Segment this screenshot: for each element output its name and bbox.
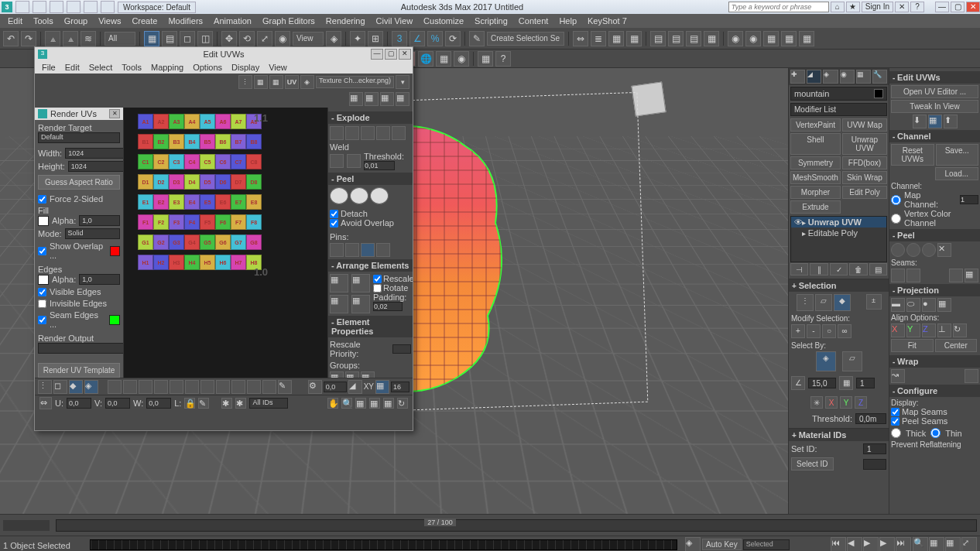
height-input[interactable] — [68, 161, 124, 172]
snap2-icon[interactable]: ✱ — [235, 398, 246, 409]
tweak-in-view-button[interactable]: Tweak In View — [891, 100, 978, 113]
rescale-checkbox[interactable] — [373, 275, 382, 283]
peel-header[interactable]: - Peel — [328, 173, 413, 185]
arrange-header[interactable]: - Arrange Elements — [328, 259, 413, 272]
weld1-icon[interactable] — [330, 154, 344, 168]
layers2-icon[interactable]: ▦ — [626, 31, 642, 46]
uv-tb2-icon[interactable]: ▦ — [349, 92, 363, 106]
percent-snap-icon[interactable]: % — [427, 31, 443, 46]
play-icon[interactable]: ▶ — [863, 537, 879, 552]
unlink-icon[interactable]: ⟁ — [63, 31, 78, 46]
select-icon[interactable]: ▦ — [144, 31, 159, 46]
align-icon[interactable]: ≣ — [591, 31, 606, 46]
bb-icon[interactable] — [200, 380, 214, 394]
map-channel-radio[interactable] — [891, 195, 901, 205]
proj-box-icon[interactable]: ▦ — [937, 298, 951, 312]
wrap-header[interactable]: - Wrap — [889, 355, 980, 368]
weld2-icon[interactable] — [347, 154, 361, 168]
render-uv-template-button[interactable]: Render UV Template — [38, 363, 120, 378]
stack-item[interactable]: ▸ Editable Poly — [791, 228, 886, 238]
brush-icon[interactable]: ✎ — [198, 398, 209, 409]
map-channel-input[interactable] — [960, 195, 978, 204]
peel-reset-icon[interactable] — [350, 187, 368, 204]
thin-radio[interactable] — [930, 428, 941, 438]
bb-vertex-icon[interactable]: ⋮ — [38, 380, 52, 394]
peel-pelt-icon[interactable] — [370, 187, 389, 204]
uv-menu-options[interactable]: Options — [189, 62, 226, 73]
nav-icon[interactable]: ▦ — [369, 398, 380, 409]
bb-icon[interactable] — [154, 380, 168, 394]
explode-header[interactable]: - Explode — [328, 111, 413, 124]
help-search-input[interactable] — [728, 2, 829, 12]
grid-value-input[interactable] — [856, 378, 875, 388]
rect-select-icon[interactable]: ◻ — [180, 31, 195, 46]
quickpeel-icon[interactable]: ⬆ — [944, 115, 958, 128]
mod-shell[interactable]: Shell — [790, 133, 841, 155]
uv-tb2-icon[interactable]: ▦ — [380, 92, 394, 106]
allids-dropdown[interactable]: All IDs — [249, 398, 288, 409]
pin2-icon[interactable] — [345, 243, 359, 257]
pivot-icon[interactable]: ◈ — [326, 31, 341, 46]
detach-checkbox[interactable] — [330, 210, 338, 218]
goto-end-icon[interactable]: ⏭ — [896, 537, 911, 552]
coord-mode-icon[interactable]: ⇔ — [39, 397, 52, 409]
qat-button[interactable] — [15, 1, 29, 13]
proj-planar-icon[interactable]: ▬ — [891, 298, 905, 312]
align-norm-icon[interactable]: ⊥ — [937, 323, 951, 337]
rescale-priority-input[interactable] — [392, 344, 411, 354]
scale-icon[interactable]: ⤢ — [257, 31, 272, 46]
configure-header[interactable]: - Configure — [889, 385, 980, 397]
sel-vertex[interactable]: ⋮ — [797, 294, 814, 311]
uv-tb-icon[interactable]: ⋮ — [238, 75, 252, 89]
ring-icon[interactable]: ○ — [822, 324, 836, 338]
selection-filter-dropdown[interactable]: All — [105, 32, 135, 46]
selectid-button[interactable]: Select ID — [791, 457, 834, 471]
nav-icon[interactable]: ▦ — [929, 537, 944, 551]
wrap2-icon[interactable] — [965, 369, 978, 383]
placement-icon[interactable]: ◉ — [275, 31, 290, 46]
pack4-icon[interactable]: ▦ — [351, 295, 370, 313]
selection-set-dropdown[interactable]: Create Selection Se — [487, 32, 564, 46]
close-button[interactable]: ✕ — [966, 2, 980, 12]
align-x-icon[interactable]: X — [891, 323, 905, 337]
rotate-checkbox[interactable] — [373, 284, 382, 293]
explode2-icon[interactable] — [345, 126, 359, 140]
projection-header[interactable]: - Projection — [889, 284, 980, 296]
matbrowser-icon[interactable]: ▦ — [704, 31, 719, 46]
padding-input[interactable] — [373, 302, 403, 311]
angle-snap-icon[interactable]: ∠ — [409, 31, 425, 46]
stack-item[interactable]: 👁▸ Unwrap UVW — [791, 217, 886, 228]
seam4-icon[interactable]: ▦ — [965, 269, 978, 282]
uv-menu-tools[interactable]: Tools — [118, 62, 146, 73]
align-reset-icon[interactable]: ↻ — [953, 323, 967, 337]
uv-menu-display[interactable]: Display — [228, 62, 263, 73]
render-frame-icon[interactable]: ▦ — [763, 31, 779, 46]
wrap1-icon[interactable]: ↝ — [891, 369, 905, 383]
menu-grapheditors[interactable]: Graph Editors — [258, 15, 320, 26]
qat-button[interactable] — [67, 1, 81, 13]
pin1-icon[interactable] — [330, 243, 344, 257]
menu-civilview[interactable]: Civil View — [372, 15, 417, 26]
tool-icon[interactable]: ▦ — [436, 51, 451, 67]
mode-dropdown[interactable]: Solid — [65, 228, 120, 239]
uv-maximize-button[interactable]: ▢ — [385, 49, 397, 60]
bb-icon[interactable] — [247, 380, 261, 394]
nav-pan-icon[interactable]: ✋ — [327, 398, 338, 409]
selection-rollout-header[interactable]: + Selection — [789, 279, 889, 292]
mirror-x-icon[interactable]: ✳ — [810, 396, 823, 409]
link-icon[interactable]: ⟁ — [45, 31, 60, 46]
info-icon[interactable]: ⌂ — [831, 2, 845, 12]
undo-icon[interactable]: ↶ — [3, 31, 19, 46]
move-icon[interactable]: ✥ — [221, 31, 237, 46]
menu-content[interactable]: Content — [514, 15, 553, 26]
quickbox-icon[interactable]: ▦ — [928, 115, 942, 128]
fill-alpha-input[interactable] — [79, 215, 120, 226]
proj-sphere-icon[interactable]: ● — [922, 298, 936, 312]
channel-header[interactable]: - Channel — [889, 130, 980, 142]
menu-views[interactable]: Views — [94, 15, 125, 26]
modify-tab[interactable]: ◢ — [807, 70, 821, 84]
bb-icon[interactable] — [123, 380, 137, 394]
width-input[interactable] — [65, 148, 124, 159]
shrink-icon[interactable]: - — [807, 324, 821, 338]
weld-threshold-input[interactable] — [364, 161, 395, 170]
